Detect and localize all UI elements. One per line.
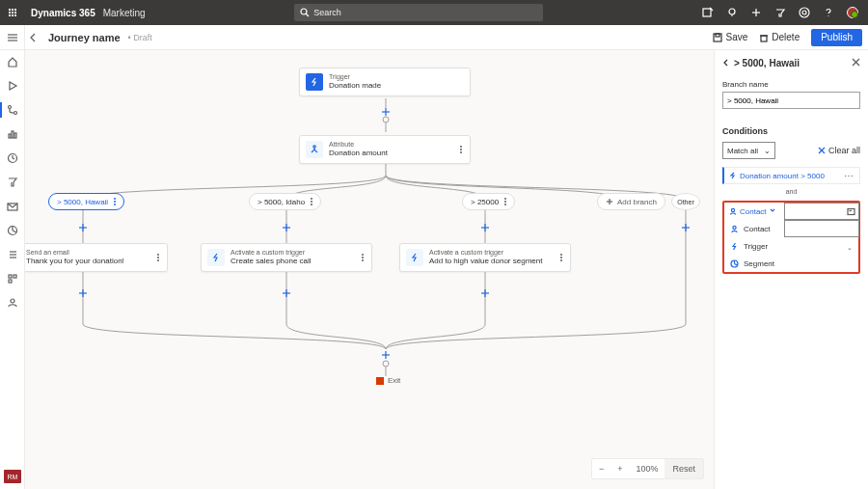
match-select[interactable]: Match all⌄ <box>722 142 775 159</box>
nav-play-icon[interactable] <box>6 79 19 93</box>
top-actions <box>692 7 868 18</box>
plus-icon[interactable] <box>750 7 762 18</box>
svg-rect-2 <box>703 9 711 16</box>
node-more-icon[interactable] <box>360 254 366 261</box>
settings-icon[interactable] <box>799 7 810 18</box>
svg-rect-12 <box>716 34 719 37</box>
nav-assembly-icon[interactable] <box>6 272 19 285</box>
svg-rect-23 <box>14 133 16 138</box>
menu-contact[interactable]: Contact <box>724 220 858 237</box>
add-step-plus-icon[interactable] <box>480 285 490 294</box>
page-status: • Draft <box>121 33 152 42</box>
user-avatar-icon[interactable] <box>847 7 858 18</box>
highlighted-dropdown-area: Contact ⋯ Contact Trigger Segment ⌄ <box>722 201 860 274</box>
branch-icon <box>306 141 323 158</box>
nav-menu-icon[interactable] <box>6 31 19 44</box>
node-action-3[interactable]: Activate a custom triggerAdd to high val… <box>399 243 571 272</box>
add-step-plus-icon[interactable] <box>78 219 88 229</box>
page-title: Journey name <box>42 32 121 43</box>
panel-title: > 5000, Hawaii <box>734 58 848 68</box>
zoom-in-button[interactable]: + <box>610 464 629 474</box>
nav-contacts-icon[interactable] <box>6 296 19 310</box>
flag-icon <box>376 377 384 385</box>
zoom-reset-button[interactable]: Reset <box>665 459 703 478</box>
svg-rect-13 <box>761 36 767 41</box>
nav-clock-icon[interactable] <box>6 151 19 165</box>
add-step-plus-icon[interactable] <box>381 346 391 356</box>
condition-1[interactable]: Donation amount > 5000 ⋯ <box>722 167 860 184</box>
svg-point-76 <box>731 208 734 211</box>
add-step-plus-icon[interactable] <box>381 103 391 113</box>
svg-point-4 <box>729 9 735 14</box>
journey-canvas[interactable]: TriggerDonation made AttributeDonation a… <box>25 50 714 489</box>
svg-line-28 <box>13 231 16 232</box>
nav-email-icon[interactable] <box>6 200 19 213</box>
branch-other[interactable]: Other <box>671 193 700 210</box>
global-search[interactable]: Search <box>294 4 543 21</box>
nav-journey-icon[interactable] <box>6 103 19 117</box>
and-label: and <box>722 188 860 195</box>
zoom-out-button[interactable]: − <box>592 464 610 474</box>
delete-button[interactable]: Delete <box>753 25 805 49</box>
svg-marker-18 <box>10 82 16 90</box>
branch-pill-3[interactable]: > 25000 <box>462 193 515 210</box>
node-more-icon[interactable] <box>155 254 161 261</box>
node-action-1[interactable]: Send an emailThank you for your donation… <box>25 243 168 272</box>
search-placeholder: Search <box>313 8 341 17</box>
clear-all-button[interactable]: Clear all <box>818 146 860 155</box>
plus-icon <box>606 198 613 205</box>
add-step-plus-icon[interactable] <box>282 285 291 294</box>
add-step-plus-icon[interactable] <box>78 285 88 294</box>
lightbulb-icon[interactable] <box>726 7 738 18</box>
add-step-plus-icon[interactable] <box>282 219 291 229</box>
branch-add[interactable]: Add branch <box>597 193 665 210</box>
nav-segments-icon[interactable] <box>6 224 19 237</box>
condition-more-icon[interactable]: ⋯ <box>844 171 854 181</box>
node-more-icon[interactable] <box>458 146 464 153</box>
nav-funnel-icon[interactable] <box>6 176 19 189</box>
svg-rect-32 <box>9 275 12 278</box>
svg-rect-33 <box>14 275 16 278</box>
global-topbar: Dynamics 365 Marketing Search <box>0 0 868 25</box>
condition-more-icon[interactable]: ⋯ <box>843 206 854 217</box>
publish-button[interactable]: Publish <box>811 29 862 46</box>
clear-icon <box>818 147 826 154</box>
branch-pill-2[interactable]: > 5000, Idaho <box>249 193 321 210</box>
compose-icon[interactable] <box>702 7 714 18</box>
back-arrow-icon[interactable] <box>25 33 42 42</box>
nav-home-icon[interactable] <box>6 55 19 68</box>
properties-panel: > 5000, Hawaii Branch name Conditions Ma… <box>714 50 868 489</box>
node-trigger[interactable]: TriggerDonation made <box>299 68 471 96</box>
menu-segment[interactable]: Segment <box>724 255 858 272</box>
save-button[interactable]: Save <box>707 25 753 49</box>
nav-list-icon[interactable] <box>6 248 19 261</box>
node-action-2[interactable]: Activate a custom triggerCreate sales ph… <box>201 243 372 272</box>
zoom-level: 100% <box>629 464 665 474</box>
menu-trigger[interactable]: Trigger <box>724 237 858 255</box>
branch-pill-1[interactable]: > 5000, Hawaii <box>48 193 124 210</box>
branch-name-input[interactable] <box>722 92 860 109</box>
svg-point-51 <box>313 146 315 148</box>
nav-analytics-icon[interactable] <box>6 127 19 141</box>
trigger-icon <box>306 73 323 91</box>
svg-rect-34 <box>9 280 12 283</box>
node-attribute[interactable]: AttributeDonation amount <box>299 135 471 164</box>
svg-line-1 <box>306 14 309 16</box>
conditions-header: Conditions <box>722 126 860 136</box>
help-icon[interactable] <box>823 7 834 18</box>
type-menu: Contact Trigger Segment ⌄ <box>724 220 858 272</box>
command-bar: Journey name • Draft Save Delete Publish <box>0 25 868 50</box>
node-more-icon[interactable] <box>558 254 564 261</box>
bolt-icon <box>406 249 423 266</box>
user-badge[interactable]: RM <box>4 470 21 483</box>
add-condition-type[interactable]: Contact ⋯ <box>724 203 858 220</box>
add-step-plus-icon[interactable] <box>480 219 490 229</box>
branch-name-label: Branch name <box>722 80 860 89</box>
panel-back-icon[interactable] <box>722 58 730 68</box>
svg-rect-21 <box>9 134 11 138</box>
svg-point-20 <box>14 112 16 115</box>
filter-icon[interactable] <box>774 7 786 18</box>
panel-close-icon[interactable] <box>852 58 860 68</box>
app-launcher-icon[interactable] <box>0 0 25 25</box>
add-step-plus-icon[interactable] <box>681 219 691 229</box>
